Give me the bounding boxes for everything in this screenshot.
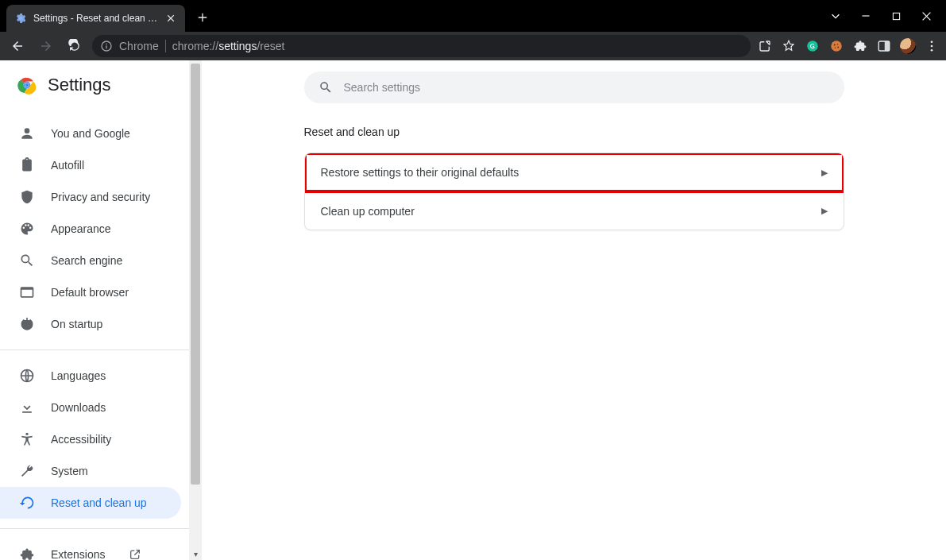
svg-point-8 <box>837 44 839 45</box>
download-icon <box>19 400 35 415</box>
clean-up-computer-row[interactable]: Clean up computer ▶ <box>305 191 844 230</box>
sidebar-item-appearance[interactable]: Appearance <box>0 213 181 245</box>
scrollbar-down-arrow[interactable]: ▾ <box>189 547 202 560</box>
browser-toolbar: Chrome chrome://settings/reset <box>0 32 946 60</box>
chevron-right-icon: ▶ <box>821 168 828 178</box>
sidebar-item-search-engine[interactable]: Search engine <box>0 245 181 276</box>
close-window-icon[interactable] <box>921 10 932 21</box>
svg-point-21 <box>25 433 28 435</box>
sidebar-item-languages[interactable]: Languages <box>0 360 181 392</box>
site-info-icon[interactable] <box>100 40 113 52</box>
bookmark-star-icon[interactable] <box>781 38 797 54</box>
forward-button[interactable] <box>35 35 57 57</box>
person-icon <box>19 126 35 141</box>
window-titlebar: Settings - Reset and clean up <box>0 0 946 32</box>
svg-rect-12 <box>885 41 890 51</box>
close-tab-icon[interactable] <box>164 12 177 25</box>
wrench-icon <box>19 463 35 479</box>
power-icon <box>19 316 35 332</box>
svg-point-15 <box>931 49 933 52</box>
puzzle-icon <box>19 546 35 560</box>
sidebar-item-label: Appearance <box>51 222 111 235</box>
omnibox-origin: Chrome <box>119 40 159 52</box>
minimize-icon[interactable] <box>860 10 871 21</box>
restore-defaults-row[interactable]: Restore settings to their original defau… <box>305 153 844 191</box>
nav-list: You and Google Autofill Privacy and secu… <box>0 110 189 560</box>
settings-title: Settings <box>48 75 111 95</box>
svg-point-9 <box>837 47 839 48</box>
svg-rect-4 <box>106 45 106 48</box>
settings-header: Settings <box>0 60 189 110</box>
nav-separator <box>0 528 189 529</box>
extensions-puzzle-icon[interactable] <box>852 38 868 54</box>
row-label: Clean up computer <box>321 205 415 218</box>
search-settings-field[interactable] <box>304 71 844 103</box>
external-link-icon <box>129 548 141 560</box>
svg-point-6 <box>831 41 842 52</box>
settings-sidebar: Settings You and Google Autofill Privacy… <box>0 60 202 560</box>
sidebar-item-label: Privacy and security <box>51 191 150 203</box>
sidebar-item-label: Default browser <box>51 286 129 299</box>
extension-grammarly-icon[interactable] <box>805 38 821 54</box>
sidebar-item-extensions[interactable]: Extensions <box>0 539 181 560</box>
nav-separator <box>0 350 189 350</box>
settings-gear-icon <box>14 12 27 25</box>
scrollbar-thumb[interactable] <box>191 64 200 485</box>
svg-point-10 <box>835 48 836 49</box>
omnibox-url: chrome://settings/reset <box>172 40 285 52</box>
sidebar-item-label: Autofill <box>51 159 84 172</box>
share-icon[interactable] <box>757 38 773 54</box>
clipboard-icon <box>19 157 35 173</box>
browser-tab[interactable]: Settings - Reset and clean up <box>6 5 185 32</box>
search-settings-input[interactable] <box>344 81 830 94</box>
sidebar-item-label: On startup <box>51 318 102 330</box>
sidebar-item-you-and-google[interactable]: You and Google <box>0 118 181 149</box>
sidebar-item-label: Extensions <box>51 548 105 560</box>
maximize-icon[interactable] <box>890 10 902 21</box>
sidebar-item-label: System <box>51 465 88 477</box>
new-tab-button[interactable] <box>191 6 214 29</box>
svg-point-7 <box>834 44 836 46</box>
sidebar-item-reset-clean-up[interactable]: Reset and clean up <box>0 487 181 519</box>
sidebar-item-system[interactable]: System <box>0 455 181 487</box>
window-controls <box>830 0 946 32</box>
sidebar-item-autofill[interactable]: Autofill <box>0 149 181 181</box>
sidebar-scrollbar[interactable]: ▾ <box>189 60 202 560</box>
sidebar-item-privacy-security[interactable]: Privacy and security <box>0 181 181 213</box>
svg-point-3 <box>106 44 107 45</box>
svg-point-19 <box>25 83 29 87</box>
sidebar-item-on-startup[interactable]: On startup <box>0 308 181 340</box>
sidebar-item-downloads[interactable]: Downloads <box>0 392 181 423</box>
sidebar-item-label: Downloads <box>51 401 106 414</box>
sidebar-item-label: Reset and clean up <box>51 496 147 509</box>
row-label: Restore settings to their original defau… <box>321 166 519 179</box>
sidebar-item-label: Search engine <box>51 254 122 267</box>
palette-icon <box>19 221 35 237</box>
search-icon <box>319 80 333 95</box>
sidebar-item-accessibility[interactable]: Accessibility <box>0 423 181 455</box>
chevron-down-icon[interactable] <box>830 10 841 21</box>
settings-main: Reset and clean up Restore settings to t… <box>202 60 946 560</box>
tab-title: Settings - Reset and clean up <box>33 13 158 24</box>
back-button[interactable] <box>6 35 29 57</box>
restore-icon <box>19 495 35 511</box>
sidebar-item-label: You and Google <box>51 127 130 140</box>
globe-icon <box>19 368 35 384</box>
svg-rect-1 <box>893 13 899 19</box>
reset-card: Restore settings to their original defau… <box>304 153 844 230</box>
address-bar[interactable]: Chrome chrome://settings/reset <box>92 35 751 57</box>
side-panel-icon[interactable] <box>876 38 892 54</box>
profile-avatar[interactable] <box>900 38 916 54</box>
search-icon <box>19 253 35 268</box>
chevron-right-icon: ▶ <box>821 206 828 216</box>
extension-cookie-icon[interactable] <box>828 38 844 54</box>
svg-point-13 <box>931 41 933 43</box>
reload-button[interactable] <box>64 35 86 57</box>
shield-icon <box>19 189 35 205</box>
omnibox-divider <box>165 40 166 52</box>
kebab-menu-icon[interactable] <box>924 38 940 54</box>
chrome-logo-icon <box>17 75 37 95</box>
svg-point-14 <box>931 45 933 48</box>
browser-window-icon <box>19 284 35 300</box>
sidebar-item-default-browser[interactable]: Default browser <box>0 276 181 308</box>
